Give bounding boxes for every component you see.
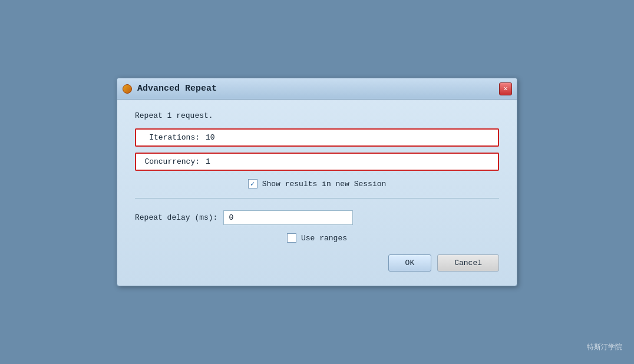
app-icon <box>122 84 133 94</box>
dialog-title: Advanced Repeat <box>137 84 217 94</box>
request-info: Repeat 1 request. <box>135 111 499 120</box>
show-results-row: Show results in new Session <box>135 179 499 188</box>
title-bar: Advanced Repeat ✕ <box>117 78 517 100</box>
iterations-row: Iterations: <box>135 128 499 147</box>
app-icon-shape <box>123 84 132 94</box>
concurrency-row: Concurrency: <box>135 153 499 171</box>
advanced-repeat-dialog: Advanced Repeat ✕ Repeat 1 request. Iter… <box>117 78 517 286</box>
divider <box>135 198 499 198</box>
repeat-delay-input[interactable] <box>223 210 353 225</box>
close-button[interactable]: ✕ <box>499 82 512 95</box>
iterations-label: Iterations: <box>141 133 206 142</box>
watermark: 特斯汀学院 <box>587 342 622 352</box>
title-bar-left: Advanced Repeat <box>122 84 217 94</box>
button-row: OK Cancel <box>135 254 499 272</box>
use-ranges-label: Use ranges <box>301 234 347 243</box>
show-results-checkbox[interactable] <box>248 179 257 188</box>
ok-button[interactable]: OK <box>388 254 432 272</box>
concurrency-input[interactable] <box>206 157 493 166</box>
use-ranges-checkbox[interactable] <box>287 233 296 243</box>
cancel-button[interactable]: Cancel <box>437 254 499 272</box>
use-ranges-row: Use ranges <box>135 233 499 243</box>
repeat-delay-row: Repeat delay (ms): <box>135 210 499 225</box>
dialog-body: Repeat 1 request. Iterations: Concurrenc… <box>117 100 517 286</box>
show-results-label: Show results in new Session <box>262 180 387 188</box>
repeat-delay-label: Repeat delay (ms): <box>135 213 223 222</box>
iterations-input[interactable] <box>206 133 493 142</box>
concurrency-label: Concurrency: <box>141 157 206 166</box>
